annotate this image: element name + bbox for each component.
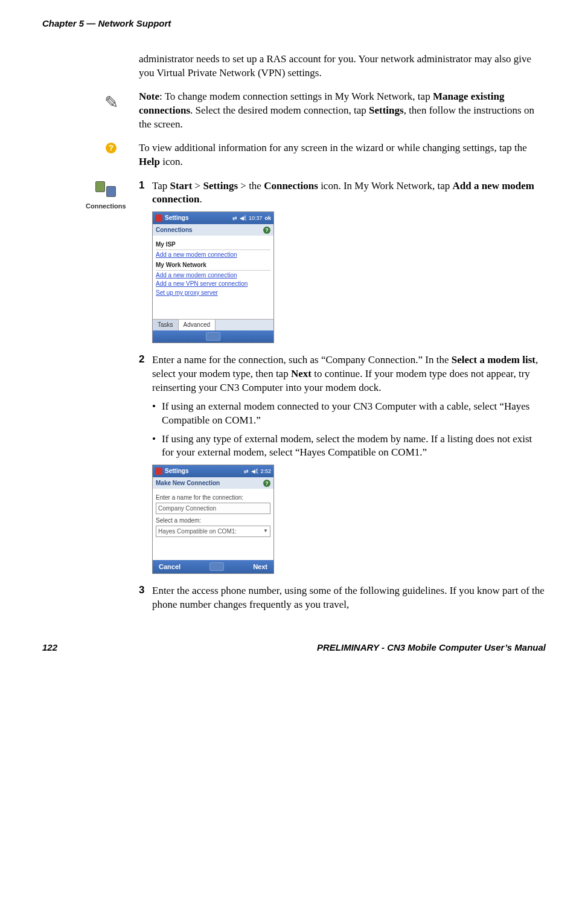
step-3: 3 Enter the access phone number, using s… (139, 584, 546, 612)
ss-subheader: Make New Connection ? (153, 477, 273, 489)
ss-body: My ISP Add a new modem connection My Wor… (153, 236, 273, 319)
list-item: If using any type of external modem, sel… (152, 433, 546, 460)
ss-label: Enter a name for the connection: (156, 494, 270, 502)
ss-bottombar: Cancel Next (153, 560, 273, 573)
tab-tasks: Tasks (153, 320, 179, 330)
chevron-down-icon: ▼ (263, 528, 268, 535)
keyboard-icon (206, 332, 220, 341)
start-flag-icon (155, 468, 162, 475)
ss-tabs: Tasks Advanced (153, 319, 273, 330)
step-number: 2 (139, 353, 150, 367)
ss-titlebar: Settings ⇄◀ξ10:37 ok (153, 212, 273, 224)
step-number: 3 (139, 584, 150, 597)
page-footer: 122 PRELIMINARY - CN3 Mobile Computer Us… (42, 642, 546, 652)
note-block: ✎ Note: To change modem connection setti… (139, 90, 546, 132)
ss-bottombar (153, 330, 273, 343)
bullet-list: If using an external modem connected to … (152, 400, 546, 460)
step-2: 2 Enter a name for the connection, such … (139, 353, 546, 575)
start-flag-icon (155, 214, 162, 222)
ss-help-icon: ? (263, 480, 270, 487)
chapter-header: Chapter 5 — Network Support (42, 18, 546, 28)
help-icon: ? (97, 143, 126, 153)
help-block: ? To view additional information for any… (139, 141, 546, 169)
intro-paragraph: administrator needs to set up a RAS acco… (139, 53, 546, 80)
ss-link: Add a new modem connection (156, 251, 270, 259)
ss-section-myisp: My ISP (156, 240, 270, 250)
page-number: 122 (42, 642, 57, 652)
screenshot-connections: Settings ⇄◀ξ10:37 ok Connections ? My IS… (152, 211, 274, 343)
list-item: If using an external modem connected to … (152, 400, 546, 428)
connection-name-input: Company Connection (156, 503, 270, 515)
ss-title: Settings (165, 214, 230, 222)
footer-title: PRELIMINARY - CN3 Mobile Computer User’s… (317, 642, 546, 652)
ss-titlebar: Settings ⇄◀ξ2:52 (153, 465, 273, 477)
note-icon: ✎ (97, 91, 126, 114)
step-1: Connections 1 Tap Start > Settings > the… (139, 179, 546, 343)
ss-help-icon: ? (263, 227, 270, 234)
keyboard-icon (209, 562, 224, 571)
modem-select: Hayes Compatible on COM1: ▼ (156, 526, 270, 538)
ss-status: ⇄◀ξ2:52 (244, 468, 271, 475)
ss-subheader: Connections ? (153, 224, 273, 236)
ss-section-mywork: My Work Network (156, 261, 270, 271)
ok-button: ok (264, 214, 271, 222)
screenshot-make-new-connection: Settings ⇄◀ξ2:52 Make New Connection ? E… (152, 465, 274, 574)
connections-icon: Connections (86, 179, 126, 211)
cancel-button: Cancel (159, 562, 181, 572)
next-button: Next (253, 562, 267, 572)
ss-link: Add a new modem connection (156, 271, 270, 280)
step-number: 1 (139, 179, 150, 193)
ss-body: Enter a name for the connection: Company… (153, 489, 273, 560)
tab-advanced: Advanced (179, 320, 216, 330)
ss-link: Add a new VPN server connection (156, 280, 270, 288)
ss-status: ⇄◀ξ10:37 ok (232, 214, 271, 222)
note-prefix: Note (139, 91, 159, 102)
ss-link: Set up my proxy server (156, 289, 270, 297)
ss-label: Select a modem: (156, 517, 270, 525)
ss-title: Settings (165, 467, 241, 475)
